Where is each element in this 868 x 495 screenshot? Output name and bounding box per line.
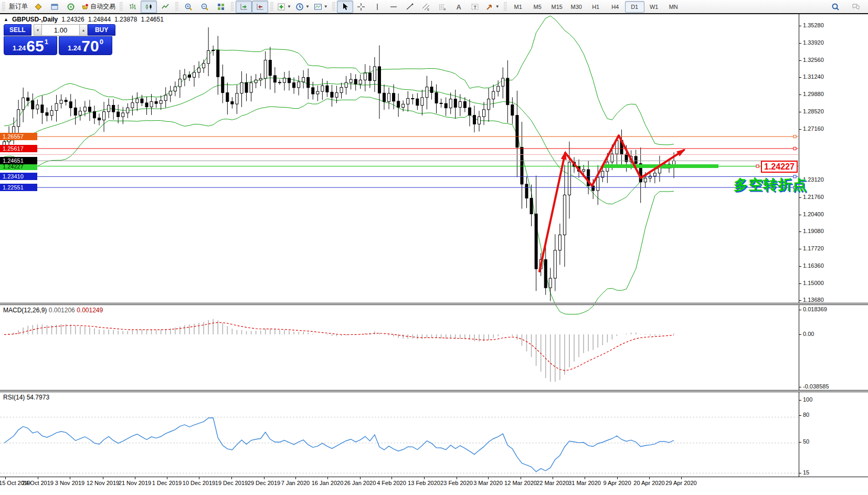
date-tick	[199, 477, 199, 479]
volume-increase-button[interactable]: ▲	[79, 24, 88, 36]
line-handle[interactable]	[1, 186, 3, 189]
pivot-annotation-text[interactable]: 多空转折点	[734, 175, 807, 194]
date-label: 19 Dec 2019	[215, 480, 248, 486]
date-label: 10 Dec 2019	[183, 480, 215, 486]
candle-body	[312, 88, 314, 94]
candle-body	[354, 79, 357, 84]
candle-body	[226, 93, 229, 102]
date-label: 20 Apr 2020	[633, 480, 664, 486]
candle-body	[188, 75, 190, 78]
candle-body	[83, 107, 86, 111]
candle-body	[583, 170, 585, 171]
candle-body	[240, 82, 243, 93]
volume-input[interactable]: 1.00	[42, 24, 79, 36]
candle-body	[335, 93, 338, 98]
candle-body	[150, 102, 153, 107]
candle-body	[65, 100, 67, 102]
candle-body	[298, 82, 300, 88]
candle-body	[55, 103, 58, 110]
date-label: 3 Nov 2019	[55, 480, 84, 486]
candle-body	[568, 162, 570, 195]
date-tick	[585, 477, 585, 479]
candle-body	[554, 250, 556, 278]
rsi-panel-separator[interactable]	[0, 390, 868, 392]
line-handle[interactable]	[793, 135, 796, 138]
ohlc-high: 1.24844	[88, 16, 111, 23]
candle-body	[644, 178, 647, 182]
candle-body	[407, 98, 409, 104]
buy-button[interactable]: BUY	[88, 24, 115, 36]
callout-handle[interactable]	[756, 165, 759, 167]
candle-body	[483, 110, 485, 117]
candle-body	[468, 108, 471, 115]
candle-body	[178, 79, 181, 87]
line-handle[interactable]	[1, 135, 3, 138]
line-handle[interactable]	[1, 175, 3, 178]
candle-body	[269, 60, 271, 76]
candle-body	[440, 103, 442, 103]
candle-body	[558, 235, 561, 250]
candle-body	[155, 102, 157, 104]
candle-body	[27, 98, 29, 101]
date-tick	[135, 477, 135, 479]
line-handle[interactable]	[1, 165, 3, 167]
candle-body	[145, 103, 148, 107]
candle-body	[383, 93, 386, 101]
candle-body	[525, 184, 528, 198]
candle-body	[563, 195, 566, 235]
line-handle[interactable]	[1, 147, 3, 150]
date-label: 3 Mar 2020	[473, 480, 503, 486]
candle-body	[388, 93, 390, 102]
date-tick	[553, 477, 553, 479]
sell-button[interactable]: SELL	[4, 24, 31, 36]
sell-price-sup: 1	[45, 38, 48, 46]
sell-price-display[interactable]: 1.24 65 1	[4, 36, 57, 55]
date-label: 29 Apr 2020	[665, 480, 696, 486]
candle-body	[108, 106, 110, 112]
candle-body	[549, 278, 552, 288]
candle-body	[212, 50, 215, 50]
candle-body	[17, 110, 20, 127]
macd-panel-separator[interactable]	[0, 303, 868, 305]
candle-body	[112, 106, 115, 112]
candle-body	[221, 77, 224, 92]
candle-body	[302, 78, 305, 82]
date-tick	[424, 477, 425, 479]
price-callout-1.24227[interactable]: 1.24227	[761, 161, 798, 173]
candle-body	[88, 107, 91, 112]
chart-area[interactable]	[0, 0, 868, 495]
date-label: 23 Feb 2020	[440, 480, 473, 486]
candle-body	[397, 101, 400, 108]
candle-body	[454, 99, 457, 108]
candle-body	[393, 93, 395, 101]
candle-body	[283, 78, 285, 82]
one-click-trading-panel: SELL ▼ 1.00 ▲ BUY 1.24 65 1 1.24 70 0	[4, 24, 115, 55]
date-label: 9 Apr 2020	[603, 480, 631, 486]
candle-body	[250, 83, 252, 92]
line-handle[interactable]	[793, 147, 796, 150]
candle-body	[653, 173, 656, 176]
candle-body	[350, 79, 352, 82]
candle-body	[22, 98, 25, 110]
buy-price-sup: 0	[100, 38, 103, 46]
candle-body	[136, 99, 139, 103]
date-label: 12 Nov 2019	[87, 480, 119, 486]
candle-body	[203, 64, 205, 68]
candle-body	[46, 113, 48, 115]
collapse-icon[interactable]: ▲	[4, 17, 8, 22]
candle-body	[511, 105, 514, 115]
candle-body	[74, 108, 77, 115]
buy-price-display[interactable]: 1.24 70 0	[59, 36, 112, 55]
volume-decrease-button[interactable]: ▼	[34, 24, 43, 36]
date-axis[interactable]: 15 Oct 201924 Oct 20193 Nov 201912 Nov 2…	[0, 477, 868, 495]
sell-price-small: 1.24	[13, 44, 26, 52]
candle-body	[449, 99, 452, 108]
candle-body	[122, 113, 124, 117]
candle-body	[368, 73, 371, 81]
mt4-window: 新订单自动交易▼▼▼EFAT▼M1M5M15M30H1H4D1W1MN 1.26…	[0, 0, 868, 495]
date-tick	[681, 477, 682, 479]
date-tick	[327, 477, 328, 479]
bollinger-band-line	[4, 97, 674, 314]
date-label: 26 Jan 2020	[344, 480, 376, 486]
date-tick	[264, 477, 264, 479]
